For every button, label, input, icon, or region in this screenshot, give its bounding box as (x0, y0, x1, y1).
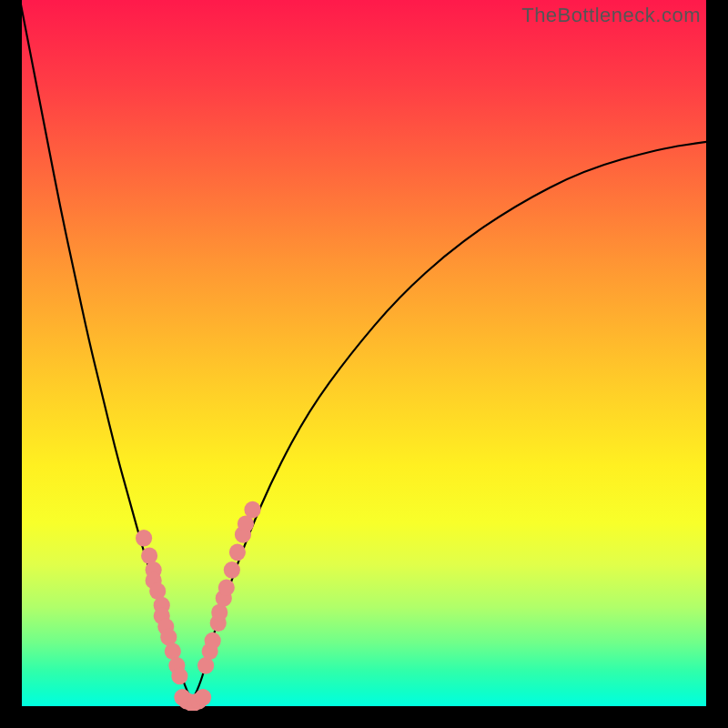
marker-dot (205, 632, 221, 650)
left-curve (20, 0, 192, 701)
marker-dot (229, 544, 246, 561)
marker-dot (244, 501, 260, 519)
marker-dots (136, 501, 261, 711)
marker-dot (195, 689, 211, 706)
right-curve (192, 142, 708, 702)
marker-dot (136, 530, 152, 547)
marker-dot (224, 561, 240, 579)
marker-dot (171, 668, 187, 685)
marker-dot (218, 579, 235, 596)
chart-svg (20, 0, 708, 708)
chart-stage: TheBottleneck.com (0, 0, 728, 728)
